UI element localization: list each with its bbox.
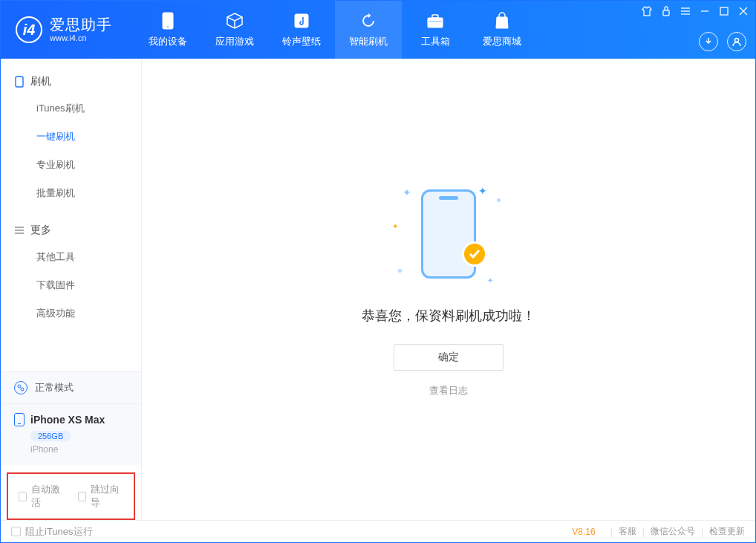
dot-icon bbox=[497, 198, 501, 202]
music-icon bbox=[292, 11, 311, 30]
nav-label: 爱思商城 bbox=[483, 35, 521, 48]
cube-icon bbox=[225, 11, 244, 30]
minimize-button[interactable] bbox=[699, 5, 711, 17]
svg-point-20 bbox=[18, 385, 21, 388]
success-check-icon bbox=[462, 241, 487, 267]
svg-point-2 bbox=[167, 26, 169, 28]
logo-text: 爱思助手 www.i4.cn bbox=[50, 16, 112, 43]
nav-apps[interactable]: 应用游戏 bbox=[201, 1, 268, 59]
footer-link-support[interactable]: 客服 bbox=[619, 525, 636, 538]
svg-rect-3 bbox=[295, 14, 308, 27]
sparkle-icon: ✦ bbox=[392, 222, 398, 230]
app-title: 爱思助手 bbox=[50, 16, 112, 33]
device-type: iPhone bbox=[30, 444, 128, 455]
refresh-icon bbox=[359, 11, 378, 30]
success-message: 恭喜您，保资料刷机成功啦！ bbox=[362, 307, 535, 325]
header-right-actions bbox=[699, 32, 746, 51]
device-mode-row[interactable]: 正常模式 bbox=[1, 372, 141, 403]
shirt-icon[interactable] bbox=[641, 5, 653, 17]
lock-icon[interactable] bbox=[660, 5, 672, 17]
bag-icon bbox=[492, 11, 512, 30]
sidebar-scroll: 刷机 iTunes刷机 一键刷机 专业刷机 批量刷机 更多 其他工具 下载固件 … bbox=[1, 59, 141, 371]
svg-rect-6 bbox=[428, 21, 443, 22]
nav-device[interactable]: 我的设备 bbox=[134, 1, 201, 59]
toolbox-icon bbox=[426, 11, 445, 30]
footer-link-wechat[interactable]: 微信公众号 bbox=[651, 525, 695, 538]
top-nav: 我的设备 应用游戏 铃声壁纸 智能刷机 工具箱 爱思商城 bbox=[134, 1, 535, 59]
block-itunes-checkbox[interactable]: 阻止iTunes运行 bbox=[11, 525, 93, 539]
nav-flash[interactable]: 智能刷机 bbox=[335, 1, 402, 59]
dot-icon bbox=[398, 269, 402, 273]
sidebar-item-pro[interactable]: 专业刷机 bbox=[1, 151, 141, 179]
confirm-button[interactable]: 确定 bbox=[394, 344, 504, 371]
menu-icon[interactable] bbox=[680, 5, 691, 17]
skip-guide-checkbox[interactable]: 跳过向导 bbox=[78, 483, 124, 510]
nav-label: 工具箱 bbox=[421, 35, 450, 48]
sparkle-icon: ✦ bbox=[478, 185, 487, 197]
sparkle-icon: ✦ bbox=[403, 186, 411, 198]
list-icon bbox=[14, 225, 25, 235]
user-button[interactable] bbox=[727, 32, 746, 51]
checkbox-label: 阻止iTunes运行 bbox=[25, 525, 93, 539]
auto-activate-checkbox[interactable]: 自动激活 bbox=[19, 483, 65, 510]
sidebar-header-label: 刷机 bbox=[30, 75, 51, 88]
success-illustration: ✦ ✦ ✦ ✦ bbox=[389, 182, 508, 286]
nav-label: 我的设备 bbox=[149, 35, 187, 48]
body: 刷机 iTunes刷机 一键刷机 专业刷机 批量刷机 更多 其他工具 下载固件 … bbox=[1, 59, 755, 520]
download-button[interactable] bbox=[699, 32, 718, 51]
sidebar-header-flash[interactable]: 刷机 bbox=[1, 69, 141, 94]
view-log-link[interactable]: 查看日志 bbox=[429, 384, 468, 397]
mode-icon bbox=[14, 381, 27, 394]
phone-icon bbox=[158, 11, 177, 30]
footer-left: 阻止iTunes运行 bbox=[11, 525, 572, 539]
version-label: V8.16 bbox=[572, 527, 595, 537]
checkbox-label: 跳过向导 bbox=[91, 483, 123, 510]
sidebar-item-onekey[interactable]: 一键刷机 bbox=[1, 123, 141, 151]
nav-tools[interactable]: 工具箱 bbox=[402, 1, 469, 59]
close-button[interactable] bbox=[737, 5, 749, 17]
logo-icon: i4 bbox=[16, 16, 42, 43]
device-storage: 256GB bbox=[30, 431, 71, 441]
checkbox-icon bbox=[11, 527, 21, 536]
options-highlight-box: 自动激活 跳过向导 bbox=[7, 472, 135, 520]
sidebar-item-firmware[interactable]: 下载固件 bbox=[1, 271, 141, 299]
svg-rect-4 bbox=[428, 18, 443, 27]
nav-label: 铃声壁纸 bbox=[282, 35, 321, 48]
device-name-row: iPhone XS Max bbox=[14, 413, 128, 426]
device-name: iPhone XS Max bbox=[30, 414, 105, 426]
header: i4 爱思助手 www.i4.cn 我的设备 应用游戏 铃声壁纸 智能刷机 bbox=[1, 1, 755, 59]
svg-point-21 bbox=[21, 388, 24, 391]
nav-label: 应用游戏 bbox=[215, 35, 254, 48]
footer-right: V8.16 | 客服 | 微信公众号 | 检查更新 bbox=[572, 525, 745, 538]
sidebar-item-other[interactable]: 其他工具 bbox=[1, 243, 141, 271]
sidebar-item-itunes[interactable]: iTunes刷机 bbox=[1, 94, 141, 123]
nav-ring[interactable]: 铃声壁纸 bbox=[268, 1, 335, 59]
svg-rect-5 bbox=[432, 15, 438, 18]
device-info[interactable]: iPhone XS Max 256GB iPhone bbox=[1, 403, 141, 465]
checkbox-label: 自动激活 bbox=[31, 483, 64, 510]
nav-label: 智能刷机 bbox=[349, 35, 388, 48]
device-phone-icon bbox=[14, 413, 25, 426]
maximize-button[interactable] bbox=[718, 5, 730, 17]
phone-outline-icon bbox=[14, 77, 25, 87]
footer-link-update[interactable]: 检查更新 bbox=[709, 525, 745, 538]
svg-rect-16 bbox=[16, 77, 23, 87]
window-controls bbox=[641, 5, 749, 17]
sidebar-header-label: 更多 bbox=[30, 224, 51, 237]
sidebar-item-advanced[interactable]: 高级功能 bbox=[1, 299, 141, 328]
sidebar-item-batch[interactable]: 批量刷机 bbox=[1, 179, 141, 207]
sidebar-header-more[interactable]: 更多 bbox=[1, 218, 141, 243]
sidebar: 刷机 iTunes刷机 一键刷机 专业刷机 批量刷机 更多 其他工具 下载固件 … bbox=[1, 59, 142, 520]
sidebar-bottom: 正常模式 iPhone XS Max 256GB iPhone 自动激活 bbox=[1, 371, 141, 520]
svg-rect-12 bbox=[720, 7, 728, 15]
footer: 阻止iTunes运行 V8.16 | 客服 | 微信公众号 | 检查更新 bbox=[1, 520, 755, 542]
checkbox-icon bbox=[19, 492, 27, 501]
app-window: i4 爱思助手 www.i4.cn 我的设备 应用游戏 铃声壁纸 智能刷机 bbox=[0, 0, 756, 543]
logo-area: i4 爱思助手 www.i4.cn bbox=[1, 16, 127, 43]
checkbox-icon bbox=[78, 492, 86, 501]
device-mode-text: 正常模式 bbox=[35, 381, 74, 394]
svg-point-15 bbox=[735, 39, 739, 42]
sparkle-icon: ✦ bbox=[487, 276, 493, 284]
app-url: www.i4.cn bbox=[50, 33, 112, 43]
nav-store[interactable]: 爱思商城 bbox=[469, 1, 535, 59]
